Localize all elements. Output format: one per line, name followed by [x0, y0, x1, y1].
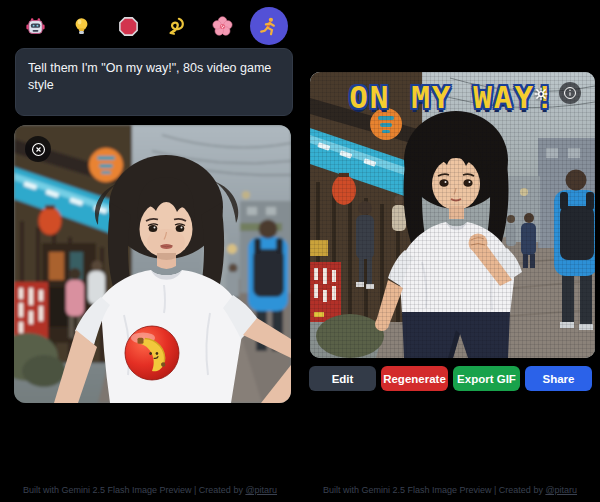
cherry-blossom-icon — [211, 15, 234, 38]
generated-image: ON MY WAY! — [310, 72, 595, 358]
tool-robot[interactable] — [16, 7, 54, 45]
author-link[interactable]: @pitaru — [245, 485, 277, 495]
input-panel: Tell them I'm "On my way!", 80s video ga… — [0, 0, 300, 502]
emoji-toolbar — [16, 7, 288, 45]
credit-text: Built with Gemini 2.5 Flash Image Previe… — [323, 485, 545, 495]
gear-icon — [532, 85, 550, 103]
info-button[interactable] — [559, 82, 581, 104]
close-icon — [30, 141, 47, 158]
lightbulb-icon — [70, 15, 93, 38]
remove-photo-button[interactable] — [25, 136, 51, 162]
info-icon — [562, 85, 578, 101]
tool-curly-loop[interactable] — [156, 7, 194, 45]
tool-runner[interactable] — [250, 7, 288, 45]
author-link[interactable]: @pitaru — [545, 485, 577, 495]
tool-lightbulb[interactable] — [63, 7, 101, 45]
credit-footer-right: Built with Gemini 2.5 Flash Image Previe… — [300, 485, 600, 495]
curly-loop-icon — [164, 15, 187, 38]
banana-sticker — [125, 326, 179, 380]
action-bar: Edit Regenerate Export GIF Share — [309, 366, 592, 391]
tool-stop-sign[interactable] — [110, 7, 148, 45]
credit-text: Built with Gemini 2.5 Flash Image Previe… — [23, 485, 245, 495]
runner-icon — [257, 15, 280, 38]
export-gif-button[interactable]: Export GIF — [453, 366, 520, 391]
settings-button[interactable] — [532, 85, 550, 103]
prompt-input[interactable]: Tell them I'm "On my way!", 80s video ga… — [15, 48, 293, 116]
regenerate-button[interactable]: Regenerate — [381, 366, 448, 391]
edit-button[interactable]: Edit — [309, 366, 376, 391]
overlay-caption: ON MY WAY! — [310, 79, 595, 115]
source-photo — [14, 125, 291, 403]
robot-icon — [24, 15, 47, 38]
stop-sign-icon — [117, 15, 140, 38]
credit-footer-left: Built with Gemini 2.5 Flash Image Previe… — [0, 485, 300, 495]
result-panel: ON MY WAY! — [300, 0, 600, 502]
source-photo-scene — [14, 125, 291, 403]
share-button[interactable]: Share — [525, 366, 592, 391]
tool-cherry-blossom[interactable] — [203, 7, 241, 45]
